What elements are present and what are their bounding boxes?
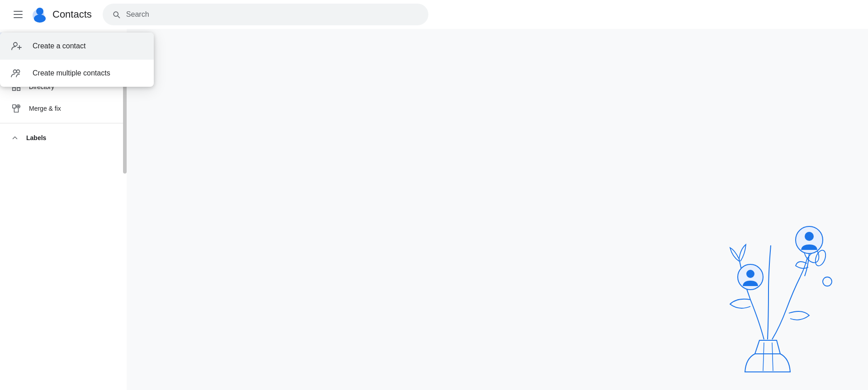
dropdown-item-create-contact[interactable]: Create a contact — [0, 33, 154, 60]
person-add-icon — [11, 41, 22, 52]
svg-rect-11 — [13, 88, 15, 90]
svg-line-22 — [763, 343, 764, 371]
search-bar[interactable]: Search — [103, 4, 428, 25]
logo-area: Contacts — [31, 5, 92, 23]
sidebar-label-merge-fix: Merge & fix — [29, 105, 61, 112]
create-contact-label: Create a contact — [33, 42, 85, 50]
labels-section-label: Labels — [26, 134, 46, 141]
svg-point-2 — [34, 14, 46, 23]
chevron-up-icon — [11, 134, 19, 142]
svg-point-1 — [36, 8, 43, 15]
sidebar-divider — [0, 123, 127, 123]
sidebar-item-merge-fix[interactable]: Merge & fix — [0, 98, 119, 119]
dropdown-item-create-multiple[interactable]: Create multiple contacts — [0, 60, 154, 87]
svg-point-30 — [805, 232, 814, 241]
search-icon — [112, 10, 121, 19]
hamburger-button[interactable] — [7, 4, 29, 25]
svg-line-23 — [772, 343, 773, 371]
create-multiple-label: Create multiple contacts — [33, 69, 110, 77]
group-add-icon — [11, 68, 22, 79]
dropdown-overlay: Create a contact Create multiple contact… — [0, 29, 154, 87]
sidebar-labels-section[interactable]: Labels — [0, 127, 127, 149]
hamburger-icon — [14, 11, 23, 18]
main-content: Contacts Frequently contacted — [0, 29, 868, 390]
svg-point-28 — [823, 277, 832, 286]
content-area — [127, 29, 868, 390]
contacts-illustration — [705, 209, 841, 381]
svg-point-20 — [14, 70, 17, 73]
svg-point-25 — [746, 270, 754, 278]
svg-rect-13 — [13, 105, 16, 108]
dropdown-menu: Create a contact Create multiple contact… — [0, 33, 154, 87]
search-placeholder-text: Search — [126, 10, 149, 19]
merge-icon — [11, 103, 22, 113]
app-title: Contacts — [52, 9, 92, 20]
sidebar-scrollbar[interactable] — [123, 83, 127, 174]
illustration — [705, 209, 841, 381]
app-logo-icon — [31, 5, 49, 23]
svg-point-17 — [14, 42, 17, 46]
header: Contacts Search — [0, 0, 868, 29]
svg-rect-12 — [17, 88, 20, 90]
svg-point-21 — [17, 70, 20, 73]
